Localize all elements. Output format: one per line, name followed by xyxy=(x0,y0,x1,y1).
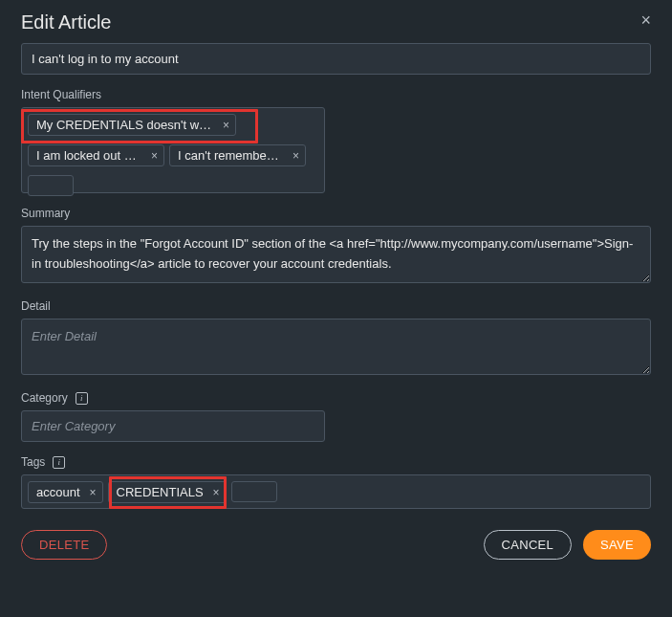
tag-chip[interactable]: account × xyxy=(28,481,103,503)
remove-icon[interactable]: × xyxy=(151,149,158,163)
edit-article-modal: Edit Article × Intent Qualifiers My CRED… xyxy=(0,0,672,581)
title-input[interactable] xyxy=(21,43,651,75)
tag-chip[interactable]: CREDENTIALS × xyxy=(108,481,227,503)
intent-qualifiers-group: Intent Qualifiers My CREDENTIALS doesn't… xyxy=(21,88,651,193)
chip-label: I am locked out of my account xyxy=(36,148,141,163)
intent-qualifier-chip[interactable]: I am locked out of my account × xyxy=(28,144,164,166)
detail-group: Detail xyxy=(21,299,651,379)
modal-title: Edit Article xyxy=(21,11,111,33)
info-icon[interactable]: i xyxy=(53,456,65,469)
cancel-button[interactable]: CANCEL xyxy=(484,530,573,560)
intent-qualifier-input-stub[interactable] xyxy=(28,175,74,196)
intent-qualifier-chip[interactable]: I can't remember my credentials × xyxy=(169,144,306,166)
detail-label: Detail xyxy=(21,299,651,313)
save-button[interactable]: SAVE xyxy=(583,530,651,560)
delete-button[interactable]: DELETE xyxy=(21,530,107,560)
remove-icon[interactable]: × xyxy=(293,149,299,163)
category-input[interactable] xyxy=(21,410,325,442)
tags-well[interactable]: account × CREDENTIALS × xyxy=(21,474,651,509)
tags-label-text: Tags xyxy=(21,455,45,469)
close-icon[interactable]: × xyxy=(640,11,651,31)
title-field-group xyxy=(21,43,651,75)
chip-label: CREDENTIALS xyxy=(117,485,204,499)
intent-qualifiers-label: Intent Qualifiers xyxy=(21,88,651,101)
remove-icon[interactable]: × xyxy=(213,486,220,499)
chip-label: I can't remember my credentials xyxy=(178,148,283,163)
category-label-text: Category xyxy=(21,391,68,405)
modal-header: Edit Article × xyxy=(21,11,651,33)
category-label: Category i xyxy=(21,391,651,405)
info-icon[interactable]: i xyxy=(76,392,88,405)
detail-textarea[interactable] xyxy=(21,319,651,376)
modal-footer: DELETE CANCEL SAVE xyxy=(21,530,651,560)
footer-right: CANCEL SAVE xyxy=(484,530,651,560)
chip-label: My CREDENTIALS doesn't work xyxy=(36,118,213,132)
remove-icon[interactable]: × xyxy=(223,119,229,132)
tags-group: Tags i account × CREDENTIALS × xyxy=(21,455,651,509)
summary-group: Summary Try the steps in the "Forgot Acc… xyxy=(21,207,651,286)
summary-textarea[interactable]: Try the steps in the "Forgot Account ID"… xyxy=(21,226,651,283)
remove-icon[interactable]: × xyxy=(90,486,97,499)
chip-label: account xyxy=(36,485,80,499)
summary-label: Summary xyxy=(21,207,651,220)
category-group: Category i xyxy=(21,391,651,442)
tag-input-stub[interactable] xyxy=(231,481,277,502)
intent-qualifiers-well[interactable]: My CREDENTIALS doesn't work × I am locke… xyxy=(21,107,325,193)
intent-qualifier-chip[interactable]: My CREDENTIALS doesn't work × xyxy=(28,114,236,136)
tags-label: Tags i xyxy=(21,455,651,469)
